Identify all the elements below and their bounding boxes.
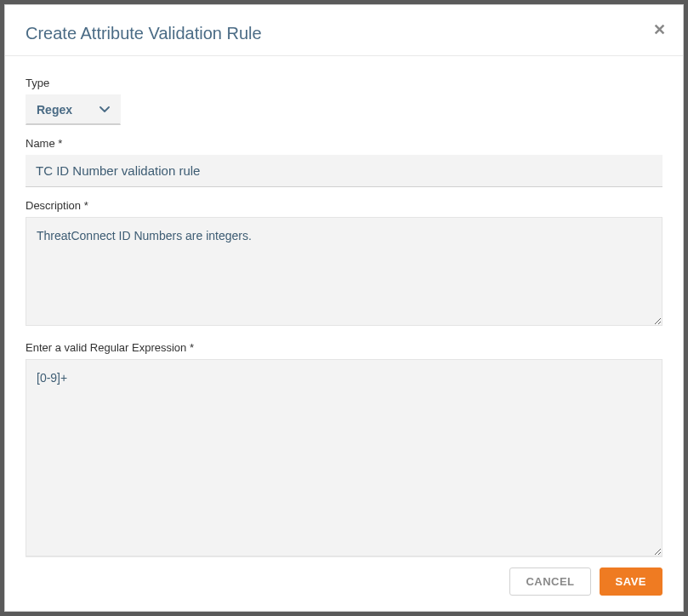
type-select-value: Regex xyxy=(26,95,120,123)
type-select[interactable]: Regex xyxy=(26,94,121,125)
type-field-group: Type Regex xyxy=(26,77,662,125)
regex-input[interactable]: [0-9]+ xyxy=(26,359,662,556)
regex-field-group: Enter a valid Regular Expression * [0-9]… xyxy=(26,341,662,556)
create-attribute-validation-rule-modal: Create Attribute Validation Rule ✕ Type … xyxy=(4,4,684,612)
description-field-group: Description * ThreatConnect ID Numbers a… xyxy=(26,199,662,329)
modal-header: Create Attribute Validation Rule ✕ xyxy=(5,5,683,56)
name-label: Name * xyxy=(26,137,662,150)
save-button[interactable]: SAVE xyxy=(600,568,662,596)
name-input[interactable] xyxy=(26,155,662,187)
modal-footer: CANCEL SAVE xyxy=(26,556,662,611)
type-label: Type xyxy=(26,77,662,89)
description-label: Description * xyxy=(26,199,662,212)
cancel-button[interactable]: CANCEL xyxy=(509,568,590,596)
close-icon[interactable]: ✕ xyxy=(653,22,666,37)
modal-title: Create Attribute Validation Rule xyxy=(26,24,662,43)
modal-body: Type Regex Name * Description * ThreatCo… xyxy=(5,56,683,556)
name-field-group: Name * xyxy=(26,137,662,187)
description-input[interactable]: ThreatConnect ID Numbers are integers. xyxy=(26,217,662,326)
regex-label: Enter a valid Regular Expression * xyxy=(26,341,662,354)
